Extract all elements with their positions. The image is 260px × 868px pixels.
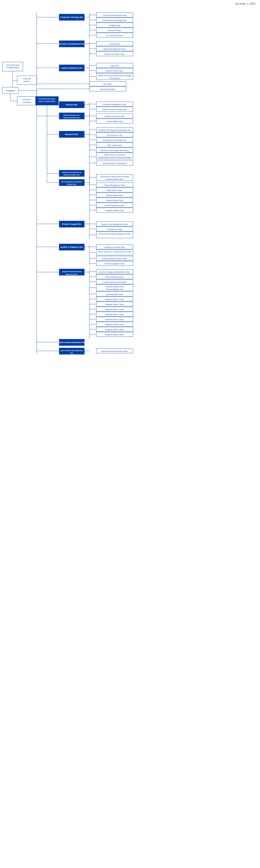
data-science-dept-label: Data Science Dept. <box>107 189 123 191</box>
corp-strategy-div-label: Corporate Strategy Div. <box>60 16 83 19</box>
ceo-office-label: CEO Office <box>103 83 113 85</box>
north-america-div-label: North America Business Div. <box>59 341 85 343</box>
regional-sales-3-dept-label: Regional Sales 3 Dept. <box>105 308 124 310</box>
legal-dept-label: Legal Dept. <box>110 65 119 67</box>
svg-text:Pharmacovigilance Dept.: Pharmacovigilance Dept. <box>106 288 123 290</box>
asia-europe-dept-label: Asia and Europe Business Dept. <box>101 350 128 352</box>
clinical-science-dept-label: Clinical Science Dept. <box>106 199 123 202</box>
supply-chain-mgmt-dept-label: Supply Chain Management Dept. <box>101 223 128 225</box>
dev-medical-affairs-div-label: Development & Medical <box>62 181 82 183</box>
brand-marketing-dept-label: Brand Marketing Dept. <box>106 276 124 278</box>
global-qa-dept-label: Global Quality Assurance Dept. <box>102 258 127 260</box>
dmpk-labs-label: DMPK Research Laboratories <box>104 154 125 156</box>
biz-strategy-admin-dept-label: Business Strategy & Administration Dept. <box>99 271 131 273</box>
global-dev-medical-div-label: Global Development & <box>62 171 82 174</box>
regional-sales-7-dept-label: Regional Sales 7 Dept. <box>105 329 124 331</box>
svg-text:General Affairs Div.: General Affairs Div. <box>63 117 80 119</box>
pharma-ip-dept-label: Pharma IP Dept. <box>108 29 121 31</box>
finance-div-label: Finance Div. <box>66 103 78 106</box>
general-meeting-label: General Meeting <box>6 64 19 66</box>
oncology-immunology-unit-label: Oncology & Immunology Unit <box>103 139 126 141</box>
svg-text:Business Div.: Business Div. <box>66 273 78 275</box>
discovery-tech-labs-label: Discovery Technology Laboratories <box>101 149 129 151</box>
asia-europe-div-label: Asia and Europe Business <box>60 349 83 351</box>
alliance-mgmt-dept-label: Alliance Management Dept. <box>103 48 126 50</box>
svg-text:Medical Affairs Div.: Medical Affairs Div. <box>64 174 80 176</box>
regional-sales-1-dept-label: Regional Sales 1 Dept. <box>105 298 124 300</box>
pharmacovigilance-dept-label: Pharmacovigilance Dept. <box>105 263 125 265</box>
legal-compliance-div-label: Legal-Compliance Div. <box>61 67 83 69</box>
distribution-info-dept-label: Distribution Related Info & <box>105 286 124 287</box>
cmc-labs-label: CMC Laboratories <box>107 144 122 146</box>
svg-text:Div.: Div. <box>70 352 73 354</box>
specialty-sales-dept-label: Specialty Sales Dept. <box>106 293 123 295</box>
clinical-research-iv-qa-label: Clinical, Research & IV Quality Assuranc… <box>98 251 132 253</box>
product-supply-div-label: Product Supply Div. <box>62 223 82 225</box>
human-resources-dept-label: Human Resources Dept. <box>105 115 125 117</box>
regulatory-affairs-dept-label: Regulatory Affairs Dept. <box>105 210 124 212</box>
general-affairs-dept-label: General Affairs Dept. <box>106 120 123 122</box>
clinical-operations-dept-label: Clinical Operations Dept. <box>105 205 125 207</box>
svg-text:Affairs Div.: Affairs Div. <box>67 183 77 185</box>
strategy-planning-dept-label: Strategy & Planning Dept. <box>104 246 125 248</box>
svg-text:Planning Dept.: Planning Dept. <box>109 78 120 79</box>
svg-text:Auditors: Auditors <box>24 81 30 83</box>
external-innovation-dept-label: External Innovation Dept. <box>104 53 125 55</box>
it-digital-dept-label: IT Digital Dept. <box>109 24 121 26</box>
otc-business-dept-label: OTC Business Dept. <box>106 34 123 36</box>
medical-affairs-dept-label: Medical Affairs Dept. <box>106 194 123 196</box>
regional-sales-2-dept-label: Regional Sales 2 Dept. <box>105 303 124 305</box>
research-planning-admin-label: Research Planning and Administration Div… <box>98 129 131 131</box>
president-label: President <box>6 90 15 92</box>
hr-ga-div-label: Human Resources- <box>64 114 80 116</box>
internal-audit-dept-label: Internal Audit Dept. <box>100 88 116 90</box>
finance-accounting-dept-label: Finance and Accounting Dept. <box>103 108 127 111</box>
procurement-dept-label: Procurement Dept. <box>107 228 122 230</box>
internal-control-dept-label: Internal Control Dept. <box>106 70 123 72</box>
regional-sales-8-dept-label: Regional Sales 8 Dept. <box>105 334 124 336</box>
corp-mgmt-dept-label: Corporate Management Dept. <box>103 103 127 105</box>
global-product-strategy-dept-label: Global Product Strategy Dept. <box>103 19 127 21</box>
svg-text:and Administration Dept.: and Administration Dept. <box>106 179 123 180</box>
svg-text:Head of Global R&D: Head of Global R&D <box>39 100 55 102</box>
executive-committee-label: Executive <box>23 98 31 100</box>
date-label: As of Apr. 1, 2025 <box>235 2 255 5</box>
neuroscience-unit-label: Neuroscience Unit <box>107 134 122 136</box>
biz-dev-div-label: Business Development Div. <box>58 43 85 45</box>
regional-sales-4-dept-label: Regional Sales 4 Dept. <box>105 313 124 315</box>
svg-text:Committee: Committee <box>23 101 31 103</box>
svg-text:Drug Metabolism and Pharmaceut: Drug Metabolism and Pharmaceutical Analy… <box>98 157 132 158</box>
japan-pharma-div-label: Japan Pharmaceutical <box>62 271 81 273</box>
regional-sales-5-dept-label: Regional Sales 5 Dept. <box>105 318 124 320</box>
dev-medical-planning-label: Development & Medical Affairs Planning <box>101 176 129 178</box>
executive-committee-node <box>17 96 37 105</box>
corporate-auditors-node <box>17 76 37 85</box>
healthcare-policy-dept-label: Healthcare Policy and Market Access Stra… <box>98 75 131 77</box>
env-safety-mgmt-office-label: Environment & Safety Management Office <box>99 233 131 235</box>
project-mgmt-dept-label: Project Management Dept. <box>104 184 125 186</box>
svg-text:of Shareholders: of Shareholders <box>6 67 19 69</box>
research-div-label: Research Div. <box>65 133 79 135</box>
regional-sales-6-dept-label: Regional Sales 6 Dept. <box>105 323 124 326</box>
commercial-excellence-dept-label: Commercial Excellence Dept. <box>103 281 127 283</box>
corporate-auditors-label: Corporate <box>23 78 31 80</box>
corp-dev-dept-label: Corporate Development Dept. <box>103 14 127 16</box>
safety-research-labs-label: Safety Research Laboratories <box>103 162 127 164</box>
quality-vigilance-div-label: Quality & Vigilance Div. <box>60 246 83 248</box>
chief-medical-officer-label: Chief Medical Officer, <box>38 98 56 100</box>
license-dept-label: License Dept. <box>109 43 120 45</box>
